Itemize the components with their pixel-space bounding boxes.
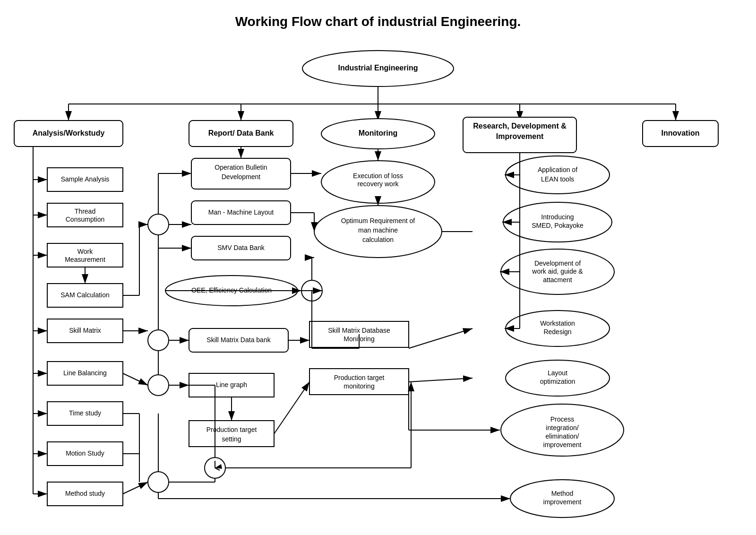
production-target-setting-label: Production target: [206, 426, 257, 433]
line-graph-label: Line graph: [216, 381, 247, 388]
svg-line-75: [409, 378, 472, 382]
thread-consumption-label: Thread: [75, 207, 95, 215]
execution-loss-label: Execution of loss: [353, 172, 403, 180]
junction-circle-3: [148, 375, 169, 396]
application-lean-label2: LEAN tools: [541, 175, 574, 183]
svg-line-59: [123, 373, 148, 385]
sam-calculation-label: SAM Calculation: [60, 291, 110, 299]
development-work-aid-label: Development of: [534, 259, 581, 267]
optimum-requirement-label3: calculation: [362, 236, 394, 243]
production-target-setting-node: [189, 421, 274, 447]
layout-optimization-label2: optimization: [540, 378, 576, 385]
innovation-label: Innovation: [662, 129, 700, 137]
production-target-monitoring-label2: monitoring: [344, 382, 374, 390]
research-dev-label: Research, Development &: [473, 122, 567, 130]
execution-loss-label2: recovery work: [357, 180, 399, 188]
skill-matrix-databank-label: Skill Matrix Data bank: [206, 336, 271, 344]
introducing-smed-label2: SMED, Pokayoke: [532, 222, 584, 229]
method-improvement-label: Method: [551, 490, 574, 497]
svg-line-80: [409, 328, 472, 348]
svg-line-73: [274, 382, 309, 434]
line-balancing-label: Line Balancing: [63, 369, 107, 377]
development-work-aid-label2: work aid, guide &: [532, 268, 583, 275]
process-integration-label: Process: [550, 415, 575, 423]
smv-data-bank-label: SMV Data Bank: [217, 244, 265, 251]
process-integration-label2: integration/: [546, 424, 578, 431]
sample-analysis-label: Sample Analysis: [61, 175, 110, 183]
junction-circle-2: [148, 330, 169, 351]
page-title: Working Flow chart of industrial Enginee…: [235, 14, 521, 29]
application-lean-label: Application of: [538, 166, 577, 173]
production-target-setting-label2: setting: [222, 435, 241, 443]
production-target-monitoring-label: Production target: [334, 374, 385, 381]
report-databank-label: Report/ Data Bank: [208, 129, 274, 137]
thread-consumption-label2: Consumption: [66, 216, 105, 223]
research-dev-label2: Improvement: [496, 132, 544, 140]
process-integration-label4: improvement: [543, 441, 582, 449]
introducing-smed-label: Introducing: [541, 213, 574, 221]
analysis-workstudy-label: Analysis/Workstudy: [33, 129, 105, 137]
industrial-engineering-label: Industrial Engineering: [338, 64, 418, 72]
production-target-monitoring-node: [309, 369, 409, 395]
work-measurement-label2: Measurement: [65, 256, 105, 263]
workstation-redesign-label2: Redesign: [543, 328, 571, 336]
work-measurement-label: Work: [77, 248, 93, 255]
junction-circle-4: [148, 472, 169, 492]
chart-container: Working Flow chart of industrial Enginee…: [0, 0, 756, 535]
method-study-label: Method study: [65, 490, 105, 497]
skill-matrix-label: Skill Matrix: [69, 327, 101, 334]
workstation-redesign-label: Workstation: [540, 319, 575, 327]
optimum-requirement-label2: man machine: [358, 226, 398, 234]
monitoring-label: Monitoring: [359, 129, 398, 137]
skill-matrix-monitoring-label: Skill Matrix Database: [328, 327, 390, 334]
time-study-label: Time study: [69, 409, 101, 417]
operation-bulletin-label: Operation Bulletin: [215, 164, 267, 171]
method-improvement-label2: improvement: [543, 498, 582, 506]
process-integration-label3: elimination/: [546, 432, 579, 440]
optimum-requirement-label: Optimum Requirement of: [341, 217, 415, 224]
oee-efficiency-label: OEE, Efficiency Calculation: [191, 286, 272, 294]
man-machine-layout-label: Man - Machine Layout: [208, 208, 274, 216]
development-work-aid-label3: attacment: [543, 276, 572, 284]
junction-circle-1: [148, 214, 169, 235]
motion-study-label: Motion Study: [66, 449, 104, 457]
operation-bulletin-label2: Development: [222, 173, 261, 181]
svg-line-66: [123, 482, 148, 494]
layout-optimization-label: Layout: [548, 369, 567, 377]
